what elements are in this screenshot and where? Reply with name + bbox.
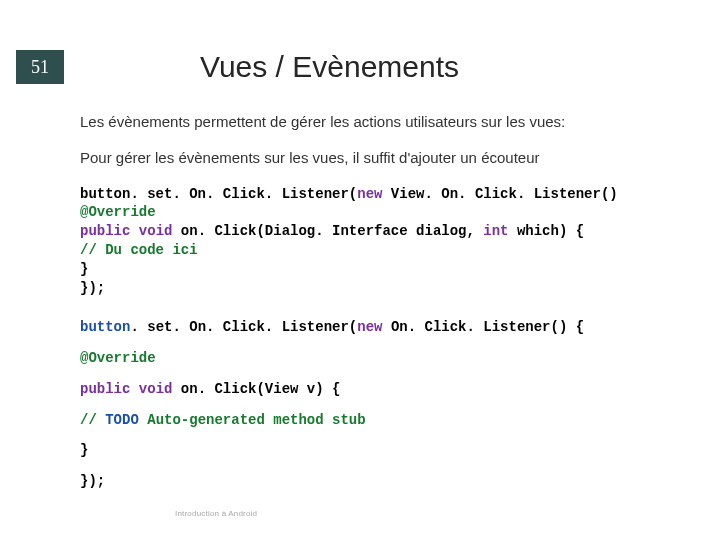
slide-title: Vues / Evènements bbox=[200, 50, 459, 84]
code-line: public void on. Click(View v) { bbox=[80, 380, 690, 399]
slide-content: Les évènements permettent de gérer les a… bbox=[80, 112, 690, 511]
slide-number-text: 51 bbox=[31, 57, 49, 78]
code-keyword-public: public bbox=[80, 381, 130, 397]
code-text: on. Click(Dialog. Interface dialog, bbox=[172, 223, 483, 239]
code-text: On. Click. Listener() { bbox=[382, 319, 584, 335]
code-text: View. On. Click. Listener() bbox=[382, 186, 617, 202]
footer-text: Introduction à Android bbox=[175, 509, 257, 518]
code-comment: // Du code ici bbox=[80, 241, 690, 260]
code-keyword-int: int bbox=[483, 223, 508, 239]
code-line: button. set. On. Click. Listener(new Vie… bbox=[80, 185, 690, 204]
code-block-1: button. set. On. Click. Listener(new Vie… bbox=[80, 185, 690, 298]
paragraph-1: Les évènements permettent de gérer les a… bbox=[80, 112, 690, 132]
code-todo: TODO bbox=[105, 412, 139, 428]
code-keyword-new: new bbox=[357, 319, 382, 335]
paragraph-2: Pour gérer les évènements sur les vues, … bbox=[80, 148, 690, 168]
code-line: public void on. Click(Dialog. Interface … bbox=[80, 222, 690, 241]
code-keyword-void: void bbox=[130, 381, 172, 397]
code-keyword-public: public bbox=[80, 223, 130, 239]
code-line: button. set. On. Click. Listener(new On.… bbox=[80, 318, 690, 337]
code-comment-slash: // bbox=[80, 412, 105, 428]
code-text: . set. On. Click. Listener( bbox=[130, 319, 357, 335]
code-close: }); bbox=[80, 279, 690, 298]
code-comment-text: Auto-generated method stub bbox=[139, 412, 366, 428]
code-text: on. Click(View v) { bbox=[172, 381, 340, 397]
code-brace: } bbox=[80, 260, 690, 279]
slide-number-badge: 51 bbox=[16, 50, 64, 84]
code-keyword-void: void bbox=[130, 223, 172, 239]
code-block-2: button. set. On. Click. Listener(new On.… bbox=[80, 318, 690, 491]
code-keyword-new: new bbox=[357, 186, 382, 202]
code-annotation: @Override bbox=[80, 349, 690, 368]
code-identifier: button bbox=[80, 319, 130, 335]
code-close: }); bbox=[80, 472, 690, 491]
code-text: button. set. On. Click. Listener( bbox=[80, 186, 357, 202]
code-annotation: @Override bbox=[80, 203, 690, 222]
code-text: which) { bbox=[509, 223, 585, 239]
code-brace: } bbox=[80, 441, 690, 460]
code-comment: // TODO Auto-generated method stub bbox=[80, 411, 690, 430]
